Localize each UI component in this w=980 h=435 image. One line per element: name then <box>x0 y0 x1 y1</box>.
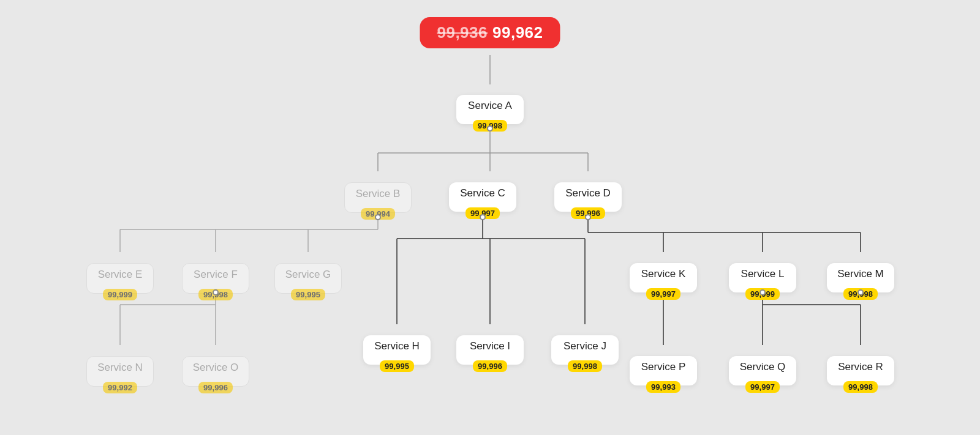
node-label-a: Service A <box>468 100 512 112</box>
node-service-h[interactable]: Service H99,995 <box>363 335 431 365</box>
node-label-n: Service N <box>97 362 143 374</box>
new-value: 99,962 <box>492 23 543 42</box>
node-badge-q: 99,997 <box>745 381 780 393</box>
node-service-c[interactable]: Service C99,997 <box>449 182 516 212</box>
node-service-m[interactable]: Service M99,998 <box>827 263 894 292</box>
diagram-container: 99,93699,962 <box>0 0 980 435</box>
node-service-j[interactable]: Service J99,998 <box>551 335 619 365</box>
node-label-q: Service Q <box>740 361 786 373</box>
dot-l <box>760 289 766 296</box>
node-badge-j: 99,998 <box>568 360 602 372</box>
node-label-r: Service R <box>838 361 883 373</box>
node-badge-i: 99,996 <box>473 360 507 372</box>
node-badge-k: 99,997 <box>646 288 680 300</box>
node-label-l: Service L <box>741 268 785 280</box>
node-service-p[interactable]: Service P99,993 <box>630 356 697 385</box>
node-label-m: Service M <box>837 268 884 280</box>
node-service-k[interactable]: Service K99,997 <box>630 263 697 292</box>
node-badge-g: 99,995 <box>291 289 325 300</box>
node-label-i: Service I <box>470 340 510 352</box>
node-service-q[interactable]: Service Q99,997 <box>729 356 796 385</box>
node-badge-p: 99,993 <box>646 381 680 393</box>
node-label-g: Service G <box>285 269 331 281</box>
node-service-d[interactable]: Service D99,996 <box>554 182 622 212</box>
node-service-e[interactable]: Service E99,999 <box>86 263 154 294</box>
node-service-g[interactable]: Service G99,995 <box>274 263 342 294</box>
node-label-k: Service K <box>641 268 686 280</box>
dot-m <box>858 289 864 296</box>
old-value: 99,936 <box>437 23 488 42</box>
node-label-e: Service E <box>98 269 143 281</box>
node-label-c: Service C <box>460 187 505 199</box>
node-label-j: Service J <box>564 340 606 352</box>
node-label-f: Service F <box>194 269 238 281</box>
node-label-o: Service O <box>193 362 239 374</box>
node-service-a[interactable]: Service A99,998 <box>456 95 524 124</box>
node-service-b[interactable]: Service B99,994 <box>344 182 412 213</box>
node-label-d: Service D <box>565 187 611 199</box>
node-badge-n: 99,992 <box>103 382 137 393</box>
node-badge-h: 99,995 <box>380 360 414 372</box>
node-service-o[interactable]: Service O99,996 <box>182 356 249 387</box>
node-service-l[interactable]: Service L99,999 <box>729 263 796 292</box>
top-value-badge: 99,93699,962 <box>420 17 560 48</box>
dot-c <box>480 214 486 220</box>
node-service-i[interactable]: Service I99,996 <box>456 335 524 365</box>
node-badge-e: 99,999 <box>103 289 137 300</box>
node-service-n[interactable]: Service N99,992 <box>86 356 154 387</box>
dot-a <box>487 125 493 132</box>
node-label-p: Service P <box>641 361 686 373</box>
dot-b <box>375 214 381 220</box>
node-service-r[interactable]: Service R99,998 <box>827 356 894 385</box>
node-badge-r: 99,998 <box>843 381 878 393</box>
dot-f <box>213 289 219 296</box>
node-label-b: Service B <box>356 188 401 200</box>
node-label-h: Service H <box>374 340 420 352</box>
node-badge-o: 99,996 <box>198 382 233 393</box>
dot-d <box>585 214 591 220</box>
